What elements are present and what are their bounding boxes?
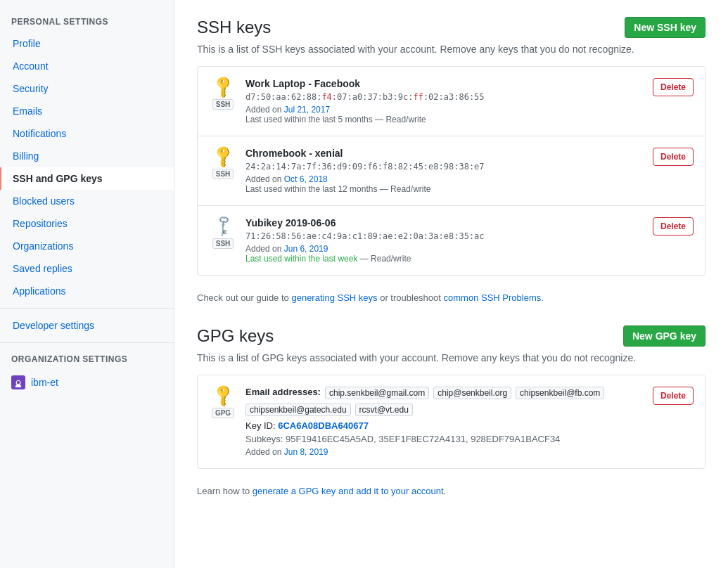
ssh-footer: Check out our guide to generating SSH ke…: [197, 292, 705, 303]
gpg-keys-list: 🔑 GPG Email addresses: chip.senkbeil@gma…: [197, 375, 705, 469]
sidebar-item-profile[interactable]: Profile: [0, 32, 174, 55]
sidebar-personal-header: Personal settings: [0, 11, 174, 32]
gpg-badge: GPG: [212, 408, 234, 418]
gpg-added-row: Added on Jun 8, 2019: [245, 447, 639, 457]
gpg-title: GPG keys: [197, 326, 274, 346]
ssh-key-card-0: 🔑 SSH Work Laptop - Facebook d7:50:aa:62…: [198, 67, 705, 136]
gpg-key-actions-0: Delete: [647, 387, 694, 405]
gpg-icon-wrap: 🔑 GPG: [209, 387, 237, 418]
sidebar-item-ssh-gpg[interactable]: SSH and GPG keys: [0, 167, 174, 190]
ssh-title: SSH keys: [197, 18, 271, 37]
ssh-added-link-0[interactable]: Jul 21, 2017: [284, 105, 330, 115]
sidebar-org-header: Organization settings: [0, 349, 174, 370]
sidebar-item-repositories[interactable]: Repositories: [0, 212, 174, 235]
ssh-key-fingerprint-1: 24:2a:14:7a:7f:36:d9:09:f6:f8:82:45:e8:9…: [245, 162, 639, 172]
gpg-subkeys-row: Subkeys: 95F19416EC45A5AD, 35EF1F8EC72A4…: [245, 434, 639, 444]
gpg-key-info-0: Email addresses: chip.senkbeil@gmail.com…: [245, 387, 639, 457]
new-gpg-key-button[interactable]: New GPG key: [623, 325, 705, 347]
sidebar-item-emails[interactable]: Emails: [0, 100, 174, 122]
generating-ssh-keys-link[interactable]: generating SSH keys: [291, 292, 377, 303]
ssh-key-actions-1: Delete: [647, 148, 694, 166]
delete-ssh-key-1[interactable]: Delete: [653, 148, 694, 166]
gpg-email-addresses: Email addresses: chip.senkbeil@gmail.com…: [245, 387, 639, 416]
ssh-section: SSH keys New SSH key This is a list of S…: [197, 17, 705, 303]
ssh-key-actions-2: Delete: [647, 217, 694, 235]
ssh-key-icon-wrap-1: 🔑 SSH: [209, 148, 237, 179]
delete-ssh-key-0[interactable]: Delete: [653, 78, 694, 96]
gpg-added-link[interactable]: Jun 8, 2019: [284, 447, 328, 457]
ssh-added-link-2[interactable]: Jun 6, 2019: [284, 244, 328, 254]
ssh-key-actions-0: Delete: [647, 78, 694, 96]
sidebar-item-security[interactable]: Security: [0, 77, 174, 100]
sidebar-divider: [0, 308, 174, 309]
ssh-key-meta-added-1: Added on Oct 6, 2018: [245, 174, 639, 184]
ssh-key-name-1: Chromebook - xenial: [245, 148, 639, 159]
fingerprint-highlight: f4: [321, 92, 331, 102]
ssh-footer-middle: or troubleshoot: [380, 292, 441, 303]
gpg-email-label: Email addresses:: [245, 387, 321, 397]
sidebar-developer-settings[interactable]: Developer settings: [0, 314, 174, 337]
ssh-key-info-0: Work Laptop - Facebook d7:50:aa:62:88:f4…: [245, 78, 639, 124]
sidebar-divider-2: [0, 342, 174, 343]
sidebar-item-applications[interactable]: Applications: [0, 280, 174, 302]
gpg-subkeys-label: Subkeys:: [245, 434, 286, 444]
key-icon-2: 🗝️: [210, 213, 236, 239]
sidebar-item-organizations[interactable]: Organizations: [0, 235, 174, 257]
ssh-description: This is a list of SSH keys associated wi…: [197, 44, 705, 55]
gpg-email-1: chip@senkbeil.org: [433, 387, 511, 399]
ssh-key-info-1: Chromebook - xenial 24:2a:14:7a:7f:36:d9…: [245, 148, 639, 194]
delete-ssh-key-2[interactable]: Delete: [653, 217, 694, 235]
ssh-title-row: SSH keys New SSH key: [197, 17, 705, 38]
ssh-badge-0: SSH: [212, 99, 234, 110]
key-icon-1: 🔑: [210, 143, 236, 169]
common-ssh-problems-link[interactable]: common SSH Problems: [444, 292, 542, 303]
gpg-key-id-row: Key ID: 6CA6A08DBA640677: [245, 420, 639, 431]
sidebar-item-account[interactable]: Account: [0, 55, 174, 77]
gpg-email-0: chip.senkbeil@gmail.com: [325, 387, 429, 399]
generate-gpg-key-link[interactable]: generate a GPG key and add it to your ac…: [253, 486, 444, 496]
ssh-key-meta-added-0: Added on Jul 21, 2017: [245, 105, 639, 115]
ssh-key-card-2: 🗝️ SSH Yubikey 2019-06-06 71:26:58:56:ae…: [198, 206, 705, 275]
ssh-badge-1: SSH: [212, 169, 234, 179]
sidebar-item-notifications[interactable]: Notifications: [0, 122, 174, 145]
ssh-key-fingerprint-0: d7:50:aa:62:88:f4:07:a0:37:b3:9c:ff:02:a…: [245, 92, 639, 102]
new-ssh-key-button[interactable]: New SSH key: [625, 17, 705, 38]
sidebar-item-saved-replies[interactable]: Saved replies: [0, 257, 174, 280]
gpg-subkeys-val: 95F19416EC45A5AD, 35EF1F8EC72A4131, 928E…: [286, 434, 560, 444]
gpg-email-4: rcsvt@vt.edu: [355, 404, 413, 416]
ssh-key-info-2: Yubikey 2019-06-06 71:26:58:56:ae:c4:9a:…: [245, 217, 639, 264]
gpg-section: GPG keys New GPG key This is a list of G…: [197, 325, 705, 496]
ssh-key-meta-used-2: Last used within the last week — Read/wr…: [245, 254, 639, 264]
ssh-keys-list: 🔑 SSH Work Laptop - Facebook d7:50:aa:62…: [197, 66, 705, 276]
sidebar-item-blocked[interactable]: Blocked users: [0, 190, 174, 212]
gpg-description: This is a list of GPG keys associated wi…: [197, 352, 705, 363]
key-icon-0: 🔑: [210, 74, 236, 100]
ssh-badge-2: SSH: [212, 238, 234, 249]
gpg-email-3: chipsenkbeil@gatech.edu: [245, 404, 351, 416]
delete-gpg-key-0[interactable]: Delete: [653, 387, 694, 405]
ssh-key-meta-used-0: Last used within the last 5 months — Rea…: [245, 115, 639, 124]
ssh-key-name-0: Work Laptop - Facebook: [245, 78, 639, 89]
gpg-title-row: GPG keys New GPG key: [197, 325, 705, 347]
gpg-footer-suffix: .: [444, 486, 447, 496]
gpg-key-id-val: 6CA6A08DBA640677: [278, 420, 369, 431]
ssh-key-card-1: 🔑 SSH Chromebook - xenial 24:2a:14:7a:7f…: [198, 136, 705, 206]
org-avatar: [11, 375, 25, 389]
ssh-key-meta-used-1: Last used within the last 12 months — Re…: [245, 184, 639, 194]
gpg-footer-prefix: Learn how to: [197, 486, 250, 496]
ssh-key-meta-added-2: Added on Jun 6, 2019: [245, 244, 639, 254]
ssh-footer-prefix: Check out our guide to: [197, 292, 289, 303]
fingerprint-highlight-2: ff: [413, 92, 423, 102]
sidebar-org-item[interactable]: ibm-et: [0, 370, 174, 395]
gpg-key-card-0: 🔑 GPG Email addresses: chip.senkbeil@gma…: [198, 375, 705, 468]
ssh-added-link-1[interactable]: Oct 6, 2018: [284, 174, 328, 184]
ssh-key-icon-wrap-2: 🗝️ SSH: [209, 217, 237, 249]
sidebar-item-billing[interactable]: Billing: [0, 145, 174, 167]
org-label: ibm-et: [31, 377, 58, 388]
ssh-key-fingerprint-2: 71:26:58:56:ae:c4:9a:c1:89:ae:e2:0a:3a:e…: [245, 231, 639, 241]
main-content: SSH keys New SSH key This is a list of S…: [174, 0, 728, 568]
gpg-email-2: chipsenkbeil@fb.com: [516, 387, 604, 399]
ssh-key-icon-wrap-0: 🔑 SSH: [209, 78, 237, 110]
ssh-key-name-2: Yubikey 2019-06-06: [245, 217, 639, 228]
gpg-key-icon: 🔑: [210, 382, 236, 408]
